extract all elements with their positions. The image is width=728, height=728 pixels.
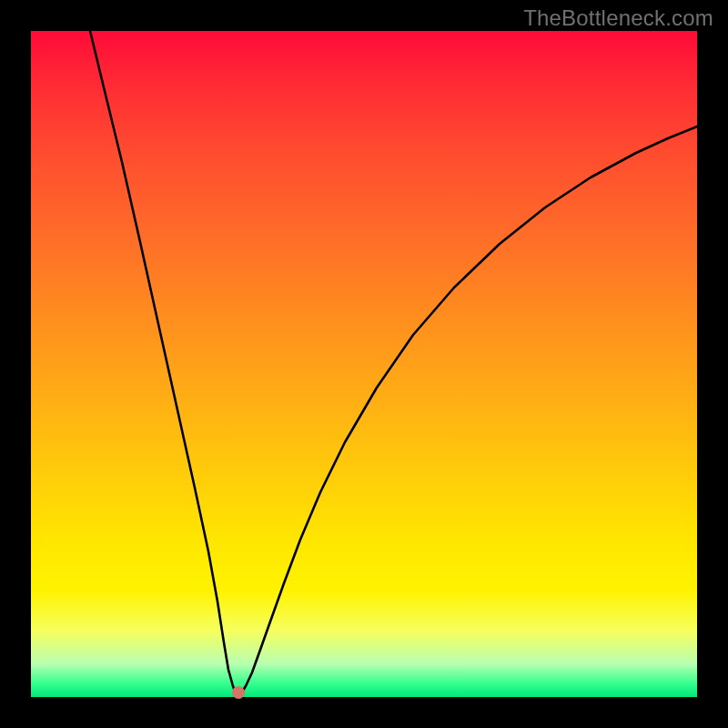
watermark-text: TheBottleneck.com [523, 5, 713, 31]
bottleneck-curve [31, 31, 697, 697]
plot-area [31, 31, 697, 697]
min-marker [232, 686, 245, 699]
